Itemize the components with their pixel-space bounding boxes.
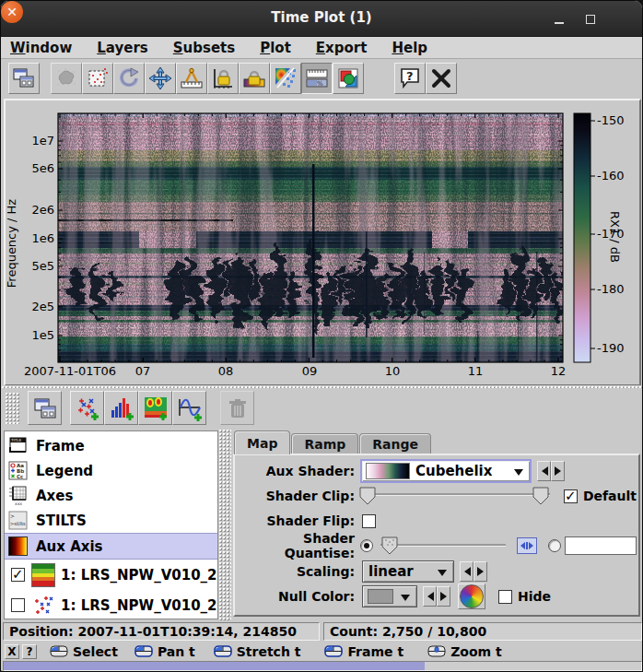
lock-aux-range-icon <box>242 66 266 90</box>
svg-text:5e6: 5e6 <box>31 161 54 175</box>
scaling-next-button[interactable] <box>473 561 487 582</box>
quantise-snap-button[interactable] <box>517 537 537 554</box>
lock-aux-range-button[interactable] <box>239 63 270 94</box>
null-color-prev-button[interactable] <box>423 586 437 607</box>
resize-button[interactable] <box>145 63 176 94</box>
menu-subsets[interactable]: Subsets <box>173 40 235 56</box>
nav-frame-t[interactable]: Frame t <box>324 644 403 659</box>
stack-item-legend[interactable]: AaBbCc Legend <box>5 458 217 483</box>
replot-icon <box>117 66 141 90</box>
svg-text:1e6: 1e6 <box>31 231 54 245</box>
stack-item-stilts[interactable]: > >stilts STILTS <box>5 508 217 533</box>
blob-region-button[interactable] <box>51 63 82 94</box>
progress-toggle-icon: % <box>305 66 329 90</box>
chevron-down-icon <box>514 469 523 480</box>
export-image-icon <box>336 66 360 90</box>
close-x-icon <box>429 66 453 90</box>
scaling-row: Scaling: linear <box>237 560 637 584</box>
null-color-next-button[interactable] <box>437 586 450 607</box>
aux-shader-select[interactable]: Cubehelix <box>360 459 532 483</box>
shader-flip-label: Shader Flip: <box>237 513 355 528</box>
lock-axes-button[interactable] <box>207 63 239 94</box>
measure-button[interactable] <box>176 63 207 94</box>
export-image-button[interactable] <box>333 63 364 94</box>
progress-toggle-button[interactable]: % <box>301 63 333 94</box>
titlebar[interactable]: Time Plot (1) ✕ <box>1 1 642 37</box>
tab-range[interactable]: Range <box>359 433 431 454</box>
shader-quantise-row: Shader Quantise: <box>237 534 637 558</box>
lock-axes-icon <box>211 66 235 90</box>
shader-clip-slider[interactable] <box>358 486 551 506</box>
shader-quantise-label: Shader Quantise: <box>237 531 355 560</box>
plot-panel: 1e7 5e6 2e6 1e6 5e5 2e5 1e5 Frequency / … <box>4 99 641 386</box>
menu-export[interactable]: Export <box>316 40 368 56</box>
add-function-layer-button[interactable] <box>172 391 206 425</box>
menu-help[interactable]: Help <box>392 40 427 56</box>
time-plot-chart[interactable]: 1e7 5e6 2e6 1e6 5e5 2e5 1e5 Frequency / … <box>6 100 639 384</box>
count-status: Count: 2,750 / 10,800 <box>323 622 642 641</box>
nav-stretch-t[interactable]: Stretch t <box>214 644 301 659</box>
nav-zoom-t[interactable]: Zoom t <box>427 644 502 659</box>
split-divider-vertical[interactable] <box>218 429 231 620</box>
time-plot-window: Time Plot (1) ✕ Window Layers Subsets Pl… <box>0 0 643 672</box>
help-button[interactable]: ? <box>394 63 426 94</box>
color-picker-button[interactable] <box>458 584 485 609</box>
svg-text:07: 07 <box>135 364 151 378</box>
nav-pan-t[interactable]: Pan t <box>134 644 195 659</box>
toolbar-drag-handle[interactable] <box>5 392 20 424</box>
shader-clip-default-checkbox[interactable] <box>564 489 578 503</box>
nav-close-button[interactable]: X <box>5 644 19 659</box>
shader-flip-checkbox[interactable] <box>362 514 376 528</box>
add-spectrogram-layer-button[interactable] <box>138 391 172 425</box>
quantise-text-radio[interactable] <box>548 539 561 552</box>
null-color-swatch <box>368 589 393 604</box>
null-color-select[interactable] <box>362 585 417 607</box>
delete-layer-button[interactable] <box>220 391 254 425</box>
svg-text:>: > <box>10 513 15 519</box>
menu-plot[interactable]: Plot <box>260 40 291 56</box>
shader-quantise-slider[interactable] <box>377 536 509 556</box>
scaling-prev-button[interactable] <box>460 561 473 582</box>
svg-text:-190: -190 <box>597 341 625 355</box>
stack-item-aux-axis[interactable]: Aux Axis <box>5 533 217 560</box>
maximize-icon[interactable] <box>579 8 602 30</box>
svg-text:2007-11-01T06: 2007-11-01T06 <box>24 364 116 378</box>
stack-item-axes[interactable]: xxx Axes <box>5 483 217 508</box>
stack-item-frame[interactable]: TITLE Frame <box>5 433 217 458</box>
menu-layers[interactable]: Layers <box>97 40 148 56</box>
layer-row-spectrogram[interactable]: 1: LRS_NPW_V010_20071 <box>5 560 217 590</box>
svg-text:Cc: Cc <box>17 474 23 479</box>
plot-window-button[interactable] <box>8 63 40 94</box>
menu-window[interactable]: Window <box>10 40 72 56</box>
y-axis-label: Frequency / Hz <box>6 199 18 289</box>
scaling-select[interactable]: linear <box>362 560 454 583</box>
aux-shader-prev-button[interactable] <box>537 461 551 481</box>
nav-select[interactable]: Select <box>50 644 118 659</box>
shader-clip-row: Shader Clip: Default <box>237 484 637 508</box>
colorbar-ticks <box>590 121 595 348</box>
svg-text:09: 09 <box>302 364 318 378</box>
aux-shader-next-button[interactable] <box>551 461 565 481</box>
tab-map[interactable]: Map <box>234 430 290 454</box>
hide-label: Hide <box>518 589 551 604</box>
sketch-button[interactable] <box>270 63 301 94</box>
spectrogram-image[interactable] <box>58 113 563 362</box>
quantise-value-input[interactable] <box>565 536 637 555</box>
add-position-layer-button[interactable] <box>70 391 104 425</box>
quantise-slider-radio[interactable] <box>360 539 373 552</box>
hide-checkbox[interactable] <box>498 590 512 604</box>
close-plot-button[interactable] <box>426 63 457 94</box>
add-histogram-layer-button[interactable] <box>104 391 138 425</box>
tab-ramp[interactable]: Ramp <box>291 433 358 454</box>
layer-visibility-checkbox[interactable] <box>11 598 25 612</box>
svg-text:xxx: xxx <box>15 501 22 506</box>
minimize-icon[interactable] <box>548 8 570 30</box>
layer-visibility-checkbox[interactable] <box>11 568 25 582</box>
layer-plot-window-button[interactable] <box>28 391 62 425</box>
svg-text:12: 12 <box>551 364 567 378</box>
nav-help-button[interactable]: ? <box>22 644 37 659</box>
replot-button[interactable] <box>113 63 145 94</box>
colorbar[interactable]: -150 -160 -170 -180 -190 RX1 / dB <box>574 113 625 362</box>
layer-row-scatter[interactable]: 1: LRS_NPW_V010_20071 <box>5 590 217 619</box>
point-select-button[interactable] <box>82 63 113 94</box>
